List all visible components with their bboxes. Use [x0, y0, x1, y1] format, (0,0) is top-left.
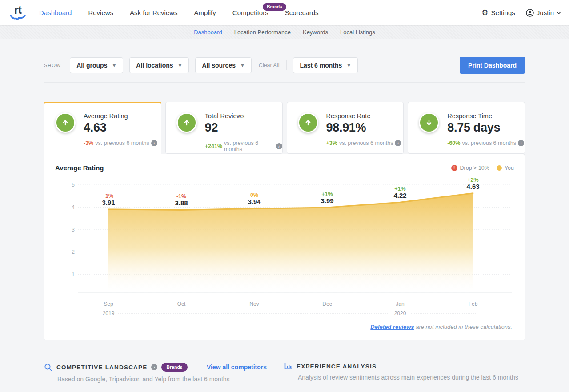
kpi-title: Response Time	[447, 112, 500, 120]
view-all-competitors-link[interactable]: View all competitors	[207, 364, 267, 371]
you-dot-icon	[497, 165, 502, 171]
section-divider	[44, 82, 525, 83]
kpi-title: Total Reviews	[205, 112, 244, 120]
footnote-text: are not included in these calculations.	[414, 324, 512, 330]
brands-badge: Brands	[161, 363, 187, 372]
kpi-card-row: Average Rating 4.63 -3% vs. previous 6 m…	[44, 102, 525, 154]
info-icon[interactable]: i	[518, 140, 524, 146]
alert-icon: !	[451, 165, 457, 171]
chart-footnote: Deleted reviews are not included in thes…	[55, 321, 514, 332]
subnav-item-keywords[interactable]: Keywords	[303, 29, 328, 36]
trend-up-icon	[298, 112, 318, 133]
date-range-dropdown[interactable]: Last 6 months ▼	[293, 57, 358, 73]
kpi-title: Average Rating	[84, 112, 128, 120]
svg-text:+1%: +1%	[394, 186, 405, 192]
nav-item-dashboard[interactable]: Dashboard	[39, 9, 72, 16]
bottom-sections: COMPETITIVE LANDSCAPE i Brands View all …	[44, 363, 525, 392]
kpi-card-response-time[interactable]: Response Time 8.75 days -60% vs. previou…	[408, 102, 525, 154]
kpi-card-average-rating[interactable]: Average Rating 4.63 -3% vs. previous 6 m…	[44, 102, 161, 155]
legend-item-you: You	[497, 165, 514, 171]
kpi-value: 98.91%	[326, 121, 371, 135]
top-nav-right: ⚙ Settings Justin	[481, 9, 561, 17]
user-icon	[526, 9, 534, 17]
chevron-down-icon: ▼	[112, 63, 116, 68]
locations-dropdown-value: All locations	[136, 62, 173, 69]
experience-analysis-title: EXPERIENCE ANALYSIS	[297, 363, 377, 370]
sources-dropdown[interactable]: All sources ▼	[195, 57, 251, 73]
sub-nav: Dashboard Location Performance Keywords …	[0, 25, 569, 39]
svg-text:Nov: Nov	[249, 301, 259, 307]
reviewtrackers-logo[interactable]: rt	[8, 5, 28, 20]
kpi-title: Response Rate	[326, 112, 371, 120]
svg-text:4: 4	[72, 204, 75, 210]
chart-panel: Average Rating ! Drop > 10% You 54321-1%…	[44, 154, 525, 340]
search-icon	[44, 363, 52, 372]
nav-item-scorecards[interactable]: Scorecards	[285, 9, 319, 16]
competitive-landscape-subtitle: Based on Google, Tripadvisor, and Yelp f…	[44, 376, 284, 383]
nav-item-amplify[interactable]: Amplify	[194, 9, 216, 16]
svg-text:Jan: Jan	[396, 301, 404, 307]
svg-text:2020: 2020	[394, 310, 406, 316]
locations-dropdown[interactable]: All locations ▼	[129, 57, 189, 73]
chevron-down-icon: ▼	[346, 63, 351, 68]
kpi-delta-value: -60%	[447, 140, 460, 146]
kpi-delta-value: +3%	[326, 140, 337, 146]
kpi-delta: +3% vs. previous 6 months i	[298, 140, 404, 146]
svg-text:Dec: Dec	[322, 301, 332, 307]
settings-button[interactable]: ⚙ Settings	[481, 9, 515, 16]
nav-item-reviews[interactable]: Reviews	[88, 9, 113, 16]
print-dashboard-button[interactable]: Print Dashboard	[460, 57, 525, 74]
main-nav: Dashboard Reviews Ask for Reviews Amplif…	[39, 9, 319, 16]
info-icon[interactable]: i	[276, 143, 282, 149]
logo-text: rt	[14, 5, 21, 15]
kpi-value: 4.63	[84, 121, 128, 135]
kpi-delta-value: -3%	[84, 140, 93, 146]
legend-item-drop: ! Drop > 10%	[451, 165, 489, 171]
kpi-card-response-rate[interactable]: Response Rate 98.91% +3% vs. previous 6 …	[287, 102, 404, 154]
svg-text:0%: 0%	[250, 192, 258, 198]
svg-text:Feb: Feb	[469, 301, 478, 307]
settings-label: Settings	[491, 9, 515, 16]
filters-bar: SHOW All groups ▼ All locations ▼ All so…	[44, 57, 525, 74]
svg-text:1: 1	[72, 272, 75, 278]
kpi-delta-suffix: vs. previous 6 months	[462, 140, 516, 146]
nav-item-competitors[interactable]: Competitors Brands	[232, 9, 268, 16]
chevron-down-icon: ▼	[240, 63, 245, 68]
info-icon[interactable]: i	[151, 140, 157, 146]
rating-chart: 54321-1%3.91-1%3.880%3.94+1%3.99+1%4.22+…	[55, 176, 514, 319]
user-name: Justin	[537, 9, 554, 16]
kpi-delta: +241% vs. previous 6 months i	[176, 140, 282, 152]
kpi-delta-value: +241%	[205, 143, 222, 149]
experience-analysis-subtitle: Analysis of review sentiments across mai…	[284, 374, 525, 381]
user-menu[interactable]: Justin	[526, 9, 561, 17]
svg-text:-1%: -1%	[104, 193, 113, 199]
trend-up-icon	[55, 112, 76, 133]
kpi-card-total-reviews[interactable]: Total Reviews 92 +241% vs. previous 6 mo…	[165, 102, 283, 154]
svg-text:3: 3	[72, 227, 75, 233]
chart-title: Average Rating	[55, 164, 104, 172]
main-content: SHOW All groups ▼ All locations ▼ All so…	[0, 39, 569, 392]
svg-text:Oct: Oct	[177, 301, 186, 307]
kpi-delta: -3% vs. previous 6 months i	[55, 140, 161, 146]
info-icon[interactable]: i	[151, 364, 157, 370]
competitive-landscape-section: COMPETITIVE LANDSCAPE i Brands View all …	[44, 363, 284, 383]
legend-label: Drop > 10%	[460, 165, 489, 171]
nav-item-ask-for-reviews[interactable]: Ask for Reviews	[130, 9, 178, 16]
subnav-item-dashboard[interactable]: Dashboard	[194, 29, 222, 36]
brands-badge: Brands	[263, 3, 286, 11]
deleted-reviews-link[interactable]: Deleted reviews	[370, 324, 414, 330]
logo-swoosh-icon	[10, 15, 26, 20]
competitive-landscape-title: COMPETITIVE LANDSCAPE	[56, 364, 147, 371]
clear-all-link[interactable]: Clear All	[259, 62, 280, 68]
info-icon[interactable]: i	[395, 140, 401, 146]
subnav-item-location-performance[interactable]: Location Performance	[234, 29, 291, 36]
experience-analysis-section: EXPERIENCE ANALYSIS Analysis of review s…	[284, 363, 525, 383]
svg-text:Sep: Sep	[104, 301, 113, 307]
groups-dropdown-value: All groups	[76, 62, 107, 69]
svg-text:2: 2	[72, 249, 75, 255]
groups-dropdown[interactable]: All groups ▼	[70, 57, 123, 73]
filter-divider	[286, 60, 287, 70]
show-label: SHOW	[44, 63, 61, 68]
subnav-item-local-listings[interactable]: Local Listings	[340, 29, 375, 36]
chart-legend: ! Drop > 10% You	[451, 165, 514, 171]
